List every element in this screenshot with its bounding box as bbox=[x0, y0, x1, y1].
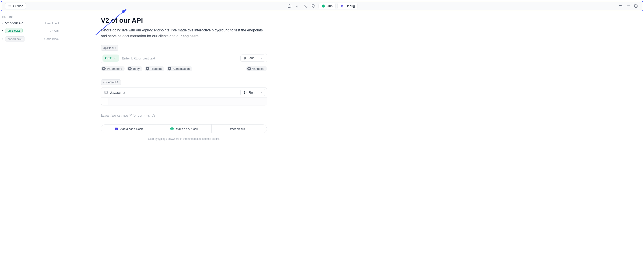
run-button-group: Run bbox=[240, 55, 265, 62]
run-code-label: Run bbox=[249, 91, 254, 94]
add-code-block-button[interactable]: Add a code block bbox=[101, 125, 156, 133]
run-api-label: Run bbox=[249, 56, 254, 60]
undo-icon bbox=[619, 4, 623, 8]
url-input[interactable] bbox=[121, 55, 238, 62]
chip-variables[interactable]: +Variables bbox=[246, 66, 267, 71]
play-icon bbox=[244, 91, 247, 94]
page-title: V2 of our API bbox=[101, 17, 267, 24]
outline-header: OUTLINE bbox=[0, 14, 63, 20]
language-select[interactable]: Javascript bbox=[104, 91, 125, 94]
sidebar-item-label: apiBlock1 bbox=[5, 28, 23, 33]
run-options-button[interactable] bbox=[258, 55, 265, 62]
sidebar-item-headline[interactable]: V2 of our API Headline 1 bbox=[0, 20, 63, 27]
language-label: Javascript bbox=[110, 91, 125, 94]
chevron-down-icon bbox=[260, 57, 263, 60]
make-api-call-button[interactable]: Make an API call bbox=[156, 125, 212, 133]
hint-text: Start by typing / anywhere in the notebo… bbox=[101, 137, 267, 140]
chip-body[interactable]: +Body bbox=[127, 66, 142, 71]
run-code-options[interactable] bbox=[258, 89, 265, 96]
history-icon bbox=[634, 4, 638, 8]
terminal-icon bbox=[104, 91, 108, 94]
chip-parameters[interactable]: +Parameters bbox=[101, 66, 125, 71]
plus-icon: + bbox=[168, 67, 171, 71]
tag-button[interactable] bbox=[310, 3, 317, 9]
menu-icon bbox=[8, 4, 12, 8]
svg-marker-11 bbox=[244, 91, 246, 94]
bug-icon bbox=[340, 4, 344, 8]
bullet-icon bbox=[2, 30, 3, 31]
chip-headers[interactable]: +Headers bbox=[145, 66, 164, 71]
sidebar-item-type: API Call bbox=[49, 29, 59, 32]
api-block-label[interactable]: apiBlock1 bbox=[101, 45, 118, 51]
undo-button[interactable] bbox=[618, 3, 624, 9]
run-all-label: Run bbox=[327, 4, 333, 8]
chevron-down-icon bbox=[114, 57, 116, 60]
other-blocks-button[interactable]: Other blocks bbox=[212, 125, 266, 133]
collapse-button[interactable] bbox=[294, 3, 301, 9]
sidebar-item-type: Code Block bbox=[44, 37, 59, 41]
chevron-down-icon bbox=[260, 91, 263, 94]
run-all-button[interactable]: Run bbox=[319, 3, 336, 9]
sidebar-item-label: codeBlock1 bbox=[5, 36, 25, 42]
plus-icon: + bbox=[102, 67, 106, 71]
chip-authorization[interactable]: +Authorization bbox=[166, 66, 192, 71]
outline-sidebar: OUTLINE V2 of our API Headline 1 apiBloc… bbox=[0, 12, 63, 145]
bullet-icon bbox=[2, 38, 3, 40]
api-config-chips: +Parameters +Body +Headers +Authorizatio… bbox=[101, 66, 267, 71]
outline-toggle-label: Outline bbox=[13, 4, 23, 8]
tag-icon bbox=[312, 4, 316, 8]
chat-icon bbox=[287, 4, 292, 8]
run-code-group: Run bbox=[240, 89, 265, 96]
plus-icon: + bbox=[247, 67, 251, 71]
code-block: Javascript Run 1 bbox=[101, 87, 267, 105]
http-method-select[interactable]: GET bbox=[102, 55, 119, 62]
variables-button[interactable]: {x} bbox=[302, 3, 309, 9]
sidebar-item-apiblock[interactable]: apiBlock1 API Call bbox=[0, 27, 63, 35]
variable-icon: {x} bbox=[304, 4, 307, 8]
terminal-square-icon bbox=[114, 127, 118, 131]
play-icon bbox=[244, 57, 247, 60]
debug-button[interactable]: Debug bbox=[337, 3, 358, 9]
plus-icon: + bbox=[146, 67, 149, 71]
collapse-icon bbox=[296, 4, 299, 8]
command-prompt[interactable]: Enter text or type '/' for commands bbox=[101, 114, 267, 118]
sidebar-item-type: Headline 1 bbox=[45, 22, 59, 25]
run-api-button[interactable]: Run bbox=[240, 55, 258, 62]
page-intro: Before going live with our /api/v2 endpo… bbox=[101, 27, 267, 39]
line-number: 1 bbox=[101, 98, 109, 105]
globe-icon bbox=[170, 127, 174, 131]
svg-rect-6 bbox=[342, 5, 343, 7]
debug-label: Debug bbox=[346, 4, 355, 8]
history-button[interactable] bbox=[633, 3, 639, 9]
play-circle-icon bbox=[322, 4, 325, 8]
redo-button[interactable] bbox=[625, 3, 632, 9]
api-block: GET Run bbox=[101, 53, 267, 63]
plus-icon: + bbox=[128, 67, 132, 71]
code-editor[interactable] bbox=[109, 98, 266, 105]
block-insert-buttons: Add a code block Make an API call Other … bbox=[101, 124, 267, 133]
comment-button[interactable] bbox=[286, 3, 293, 9]
http-method-value: GET bbox=[105, 56, 112, 60]
svg-marker-8 bbox=[244, 57, 246, 60]
redo-icon bbox=[626, 4, 630, 8]
main-content: V2 of our API Before going live with our… bbox=[92, 12, 276, 145]
top-toolbar: Outline {x} Run Debug bbox=[1, 1, 643, 11]
sidebar-item-codeblock[interactable]: codeBlock1 Code Block bbox=[0, 35, 63, 43]
bullet-icon bbox=[2, 23, 3, 24]
outline-toggle-button[interactable]: Outline bbox=[5, 3, 26, 10]
run-code-button[interactable]: Run bbox=[240, 89, 258, 96]
svg-rect-12 bbox=[115, 128, 118, 130]
code-block-label[interactable]: codeBlock1 bbox=[101, 79, 121, 85]
chevron-down-icon bbox=[247, 128, 250, 130]
sidebar-item-label: V2 of our API bbox=[5, 21, 24, 25]
